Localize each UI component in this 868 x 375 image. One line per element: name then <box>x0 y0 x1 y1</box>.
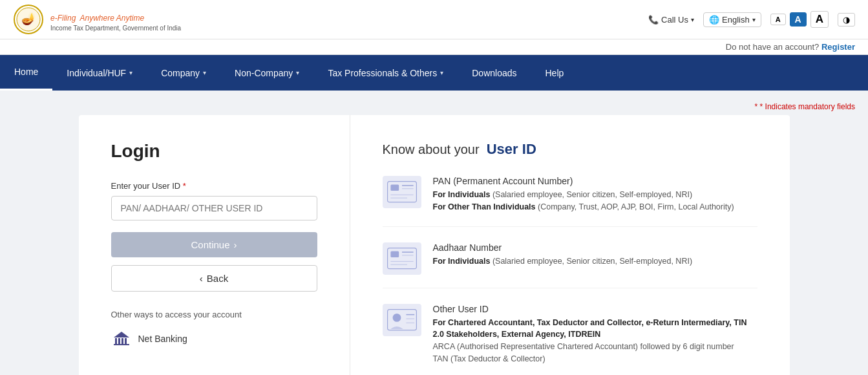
account-bar: Do not have an account? Register <box>0 39 868 55</box>
nav-item-taxprofessionals[interactable]: Tax Professionals & Others ▾ <box>313 55 458 91</box>
svg-rect-3 <box>115 338 117 344</box>
lang-chevron-icon: ▾ <box>752 16 756 23</box>
nav-taxprofessionals-label: Tax Professionals & Others <box>328 68 437 78</box>
taxprofessionals-chevron-icon: ▾ <box>440 69 443 76</box>
nav-item-company[interactable]: Company ▾ <box>147 55 220 91</box>
mandatory-note: * * Indicates mandatory fields <box>13 97 855 115</box>
font-medium-button[interactable]: A <box>790 12 807 27</box>
login-title: Login <box>111 141 317 162</box>
other-userid-icon <box>383 304 421 336</box>
svg-rect-15 <box>387 248 416 268</box>
font-small-button[interactable]: A <box>770 14 786 25</box>
back-chevron-icon: ‹ <box>200 273 203 284</box>
svg-rect-16 <box>390 251 399 257</box>
top-bar: 🪔 e-Filing Anywhere Anytime Income Tax D… <box>0 0 868 39</box>
nav-item-help[interactable]: Help <box>531 55 578 91</box>
pan-type-label: PAN (Permanent Account Number) <box>433 176 757 186</box>
nav-help-label: Help <box>545 68 564 78</box>
svg-rect-6 <box>125 338 127 344</box>
noncompany-chevron-icon: ▾ <box>296 69 299 76</box>
other-userid-info-item: Other User ID For Chartered Accountant, … <box>383 304 757 376</box>
company-chevron-icon: ▾ <box>203 69 206 76</box>
nav-item-noncompany[interactable]: Non-Company ▾ <box>220 55 313 91</box>
top-bar-utilities: 📞 Call Us ▾ 🌐 English ▾ A A A ◑ <box>648 11 855 28</box>
continue-arrow-icon: › <box>234 239 237 250</box>
aadhaar-desc: For Individuals (Salaried employee, Seni… <box>433 255 757 268</box>
svg-rect-4 <box>118 338 120 344</box>
other-ways-title: Other ways to access your account <box>111 310 317 319</box>
bank-icon <box>111 328 132 349</box>
login-section: Login Enter your User ID * Continue › ‹ … <box>79 115 350 375</box>
svg-point-22 <box>392 314 401 322</box>
register-link[interactable]: Register <box>821 42 855 52</box>
language-selector[interactable]: 🌐 English ▾ <box>703 12 761 27</box>
svg-marker-8 <box>114 332 129 338</box>
net-banking-button[interactable]: Net Banking <box>111 328 317 349</box>
phone-icon: 📞 <box>648 15 659 25</box>
globe-icon: 🌐 <box>709 15 719 25</box>
nav-item-individual[interactable]: Individual/HUF ▾ <box>52 55 147 91</box>
contrast-toggle-button[interactable]: ◑ <box>838 13 855 27</box>
logo-title: e-Filing Anywhere Anytime <box>50 8 181 25</box>
nav-company-label: Company <box>161 68 200 78</box>
pan-info-item: PAN (Permanent Account Number) For Indiv… <box>383 176 757 227</box>
aadhaar-info-item: Aadhaar Number For Individuals (Salaried… <box>383 242 757 288</box>
back-button[interactable]: ‹ Back <box>111 265 317 292</box>
user-id-label: Enter your User ID * <box>111 181 317 191</box>
know-userid-text: User ID <box>487 141 536 157</box>
bank-building-icon <box>112 330 131 348</box>
main-area: * * Indicates mandatory fields Login Ent… <box>0 91 868 375</box>
font-large-button[interactable]: A <box>810 11 829 28</box>
nav-item-downloads[interactable]: Downloads <box>458 55 531 91</box>
aadhaar-type-label: Aadhaar Number <box>433 242 757 253</box>
svg-rect-5 <box>122 338 123 344</box>
pan-desc: For Individuals (Salaried employee, Seni… <box>433 189 757 213</box>
language-label: English <box>722 15 750 25</box>
pan-info-content: PAN (Permanent Account Number) For Indiv… <box>433 176 757 213</box>
logo-tagline: Anywhere Anytime <box>79 14 144 23</box>
navigation-bar: Home Individual/HUF ▾ Company ▾ Non-Comp… <box>0 55 868 91</box>
logo-area: 🪔 e-Filing Anywhere Anytime Income Tax D… <box>13 4 181 35</box>
account-question-text: Do not have an account? <box>726 42 820 52</box>
font-controls: A A A <box>770 11 829 28</box>
pan-icon <box>383 176 421 208</box>
nav-downloads-label: Downloads <box>472 68 516 78</box>
call-us-label: Call Us <box>661 15 688 25</box>
call-chevron-icon: ▾ <box>691 16 694 23</box>
logo-title-text: e-Filing <box>50 14 76 23</box>
aadhaar-info-content: Aadhaar Number For Individuals (Salaried… <box>433 242 757 275</box>
other-userid-info-content: Other User ID For Chartered Accountant, … <box>433 304 757 365</box>
other-userid-type-label: Other User ID <box>433 304 757 314</box>
individual-chevron-icon: ▾ <box>129 69 132 76</box>
svg-rect-9 <box>387 182 416 202</box>
user-id-input[interactable] <box>111 196 317 220</box>
nav-individual-label: Individual/HUF <box>67 68 126 78</box>
svg-rect-7 <box>114 344 129 345</box>
aadhaar-icon <box>383 242 421 275</box>
nav-item-home[interactable]: Home <box>0 55 52 91</box>
net-banking-label: Net Banking <box>138 334 187 344</box>
svg-rect-10 <box>390 184 399 191</box>
know-section: Know about your User ID PAN (Per <box>350 115 790 375</box>
logo-subtitle: Income Tax Department, Government of Ind… <box>50 25 181 32</box>
logo-text: e-Filing Anywhere Anytime Income Tax Dep… <box>50 8 181 32</box>
content-card: Login Enter your User ID * Continue › ‹ … <box>79 115 790 375</box>
other-userid-desc: For Chartered Accountant, Tax Deductor a… <box>433 317 757 365</box>
svg-text:🪔: 🪔 <box>21 12 36 26</box>
nav-home-label: Home <box>14 67 38 77</box>
continue-button[interactable]: Continue › <box>111 232 317 257</box>
call-us-button[interactable]: 📞 Call Us ▾ <box>648 15 694 25</box>
know-title: Know about your User ID <box>383 141 757 158</box>
nav-noncompany-label: Non-Company <box>235 68 293 78</box>
india-emblem-icon: 🪔 <box>13 4 44 35</box>
svg-rect-21 <box>387 309 416 330</box>
